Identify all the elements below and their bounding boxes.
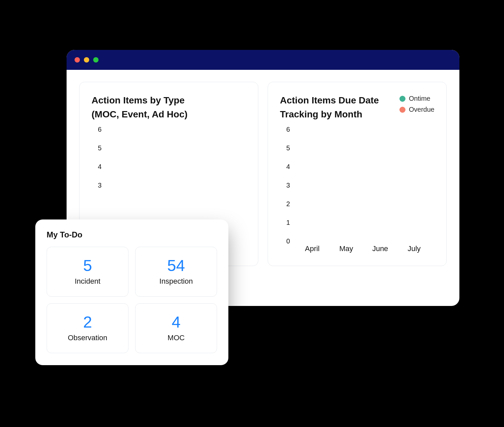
todo-tile-inspection[interactable]: 54Inspection	[135, 247, 217, 297]
y-tick: 3	[280, 182, 290, 189]
todo-count: 5	[83, 258, 92, 274]
title-line: Action Items by Type	[92, 93, 246, 107]
todo-tile-incident[interactable]: 5Incident	[47, 247, 128, 297]
todo-count: 4	[172, 314, 181, 330]
todo-label: MOC	[167, 334, 184, 342]
card-title: Action Items Due Date Tracking by Month	[280, 93, 379, 121]
y-tick: 0	[280, 237, 290, 245]
y-tick: 6	[92, 126, 102, 133]
maximize-icon[interactable]	[93, 57, 99, 63]
todo-count: 2	[83, 314, 92, 330]
chart-legend: Ontime Overdue	[399, 93, 434, 113]
title-line: Tracking by Month	[280, 107, 379, 121]
todo-tile-observation[interactable]: 2Observation	[47, 303, 128, 353]
y-tick: 2	[280, 200, 290, 208]
my-todo-card: My To-Do 5Incident54Inspection2Observati…	[35, 219, 228, 365]
y-tick: 3	[92, 182, 102, 189]
y-tick: 1	[280, 219, 290, 226]
y-tick: 4	[92, 163, 102, 171]
title-line: Action Items Due Date	[280, 93, 379, 107]
todo-label: Observation	[68, 334, 108, 342]
x-label: June	[363, 242, 397, 256]
y-tick: 5	[280, 144, 290, 152]
window-titlebar	[67, 50, 459, 70]
todo-grid: 5Incident54Inspection2Observation4MOC	[47, 247, 217, 353]
x-label: July	[397, 242, 431, 256]
legend-label: Ontime	[409, 95, 430, 102]
chart-action-items-due-date: 6543210 AprilMayJuneJuly	[280, 129, 434, 256]
y-tick: 4	[280, 163, 290, 171]
y-tick: 6	[280, 126, 290, 133]
todo-count: 54	[167, 258, 185, 274]
legend-item-overdue: Overdue	[399, 106, 434, 113]
x-label: April	[295, 242, 329, 256]
close-icon[interactable]	[75, 57, 80, 63]
legend-swatch-ontime	[399, 96, 405, 102]
todo-label: Inspection	[159, 277, 193, 286]
title-line: (MOC, Event, Ad Hoc)	[92, 107, 246, 121]
legend-label: Overdue	[409, 106, 434, 113]
card-title: Action Items by Type (MOC, Event, Ad Hoc…	[92, 93, 246, 121]
card-header: Action Items Due Date Tracking by Month …	[280, 93, 434, 129]
minimize-icon[interactable]	[84, 57, 89, 63]
todo-label: Incident	[75, 277, 100, 286]
legend-swatch-overdue	[399, 107, 405, 113]
x-label: May	[329, 242, 363, 256]
todo-title: My To-Do	[47, 230, 217, 239]
legend-item-ontime: Ontime	[399, 95, 434, 102]
y-tick: 5	[92, 144, 102, 152]
card-action-items-due-date: Action Items Due Date Tracking by Month …	[268, 82, 447, 266]
todo-tile-moc[interactable]: 4MOC	[135, 303, 217, 353]
